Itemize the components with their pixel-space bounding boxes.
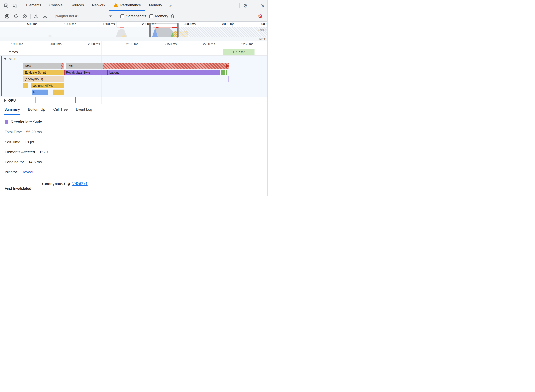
- timeline-overview[interactable]: 500 ms 1000 ms 1500 ms 2000 ms 2500 ms 3…: [0, 22, 267, 41]
- flame-bar-script-small[interactable]: [23, 83, 28, 88]
- save-profile-icon[interactable]: [41, 12, 49, 21]
- flame-bar-task-2[interactable]: Task: [66, 63, 229, 69]
- summary-row-self-time: Self Time 19 µs: [5, 140, 267, 144]
- screenshots-checkbox[interactable]: [120, 14, 124, 18]
- ruler-tick: 2200 ms: [193, 42, 215, 46]
- summary-row-first-invalidated: First Invalidated (anonymous) @ VM262:1: [5, 182, 267, 191]
- flame-bar-evaluate-script[interactable]: Evaluate Script: [23, 70, 64, 75]
- summary-panel: Recalculate Style Total Time 55.20 ms Se…: [0, 115, 267, 196]
- summary-row-elements-affected: Elements Affected 1520: [5, 150, 267, 154]
- load-profile-icon[interactable]: [32, 12, 41, 21]
- reload-and-record-icon[interactable]: [12, 12, 20, 21]
- timeline-detail[interactable]: 1950 ms 2000 ms 2050 ms 2100 ms 2150 ms …: [0, 41, 267, 105]
- overview-tick: 3500: [245, 22, 267, 26]
- more-options-icon[interactable]: ⋮: [250, 1, 258, 10]
- selection-window-edge[interactable]: [150, 23, 178, 23]
- device-toolbar-icon[interactable]: [11, 1, 19, 10]
- gpu-activity-mark[interactable]: [75, 97, 76, 103]
- long-task-tip: [61, 63, 64, 69]
- long-task-marker: [156, 27, 159, 28]
- overview-dim-right: [178, 27, 267, 37]
- overview-tick: 2000: [127, 22, 149, 26]
- divider: [116, 14, 116, 19]
- trash-icon[interactable]: [168, 12, 177, 21]
- frames-track-label[interactable]: Frames: [7, 50, 18, 54]
- ruler-tick: 2150 ms: [155, 42, 177, 46]
- ruler-tick: 2250 ms: [231, 42, 253, 46]
- flame-bar-anonymous[interactable]: (anonymous): [23, 76, 64, 82]
- flame-sliver-green[interactable]: [226, 76, 226, 82]
- tab-console[interactable]: Console: [45, 0, 66, 11]
- summary-row-initiator: Initiator Reveal: [5, 170, 267, 174]
- ruler-tick: 2050 ms: [78, 42, 100, 46]
- source-location-link[interactable]: VM262:1: [72, 182, 88, 186]
- chevron-down-icon: [109, 15, 112, 17]
- flame-bar-set-innerhtml[interactable]: set innerHTML: [31, 83, 64, 88]
- overview-tick: 1000 ms: [54, 22, 76, 26]
- flame-bar-recalculate-style[interactable]: Recalculate Style: [64, 70, 108, 75]
- record-icon[interactable]: [3, 12, 12, 21]
- overview-tick: 3000 ms: [212, 22, 234, 26]
- flame-bar-paint[interactable]: [221, 70, 225, 75]
- ruler-tick: 2000 ms: [40, 42, 61, 46]
- selection-handle-right[interactable]: [177, 23, 178, 37]
- invalidation-stack-frame: (anonymous) @: [42, 182, 70, 186]
- tab-summary[interactable]: Summary: [4, 105, 20, 115]
- tab-call-tree[interactable]: Call Tree: [53, 105, 68, 115]
- divider: [51, 14, 51, 19]
- performance-toolbar: jlwagner.net #1 Screenshots Memory ⚙: [0, 11, 267, 22]
- divider: [30, 14, 31, 19]
- tab-network[interactable]: Network: [88, 0, 109, 11]
- overview-dim-left: [0, 27, 150, 37]
- clear-icon[interactable]: [20, 12, 29, 21]
- ruler-tick: 2100 ms: [116, 42, 138, 46]
- memory-toggle: Memory: [149, 14, 168, 18]
- more-tabs-icon[interactable]: »: [166, 1, 175, 10]
- overview-tick: 500 ms: [15, 22, 38, 26]
- devtools-window: Elements Console Sources Network Perform…: [0, 0, 268, 196]
- flame-bar-script-small-2[interactable]: [53, 89, 64, 95]
- long-task-stripes: [103, 63, 229, 69]
- event-title: Recalculate Style: [11, 120, 42, 124]
- summary-row-total-time: Total Time 55.20 ms: [5, 130, 267, 134]
- gpu-track-header[interactable]: GPU: [4, 98, 16, 103]
- devtools-tabbar: Elements Console Sources Network Perform…: [0, 0, 267, 11]
- main-track-focus-bracket: [1, 56, 2, 96]
- summary-row-pending-for: Pending for 14.5 ms: [5, 160, 267, 164]
- flame-bar-task-1[interactable]: Task: [23, 63, 64, 69]
- screenshots-toggle: Screenshots: [120, 14, 146, 18]
- flame-bar-paint-small[interactable]: [226, 70, 227, 75]
- event-legend: Recalculate Style: [5, 120, 267, 124]
- settings-gear-icon[interactable]: ⚙: [241, 1, 250, 10]
- close-devtools-icon[interactable]: ×: [258, 1, 267, 10]
- tab-performance[interactable]: Performance: [109, 0, 145, 11]
- flame-bar-parse-html[interactable]: P...L: [32, 89, 48, 95]
- tab-elements[interactable]: Elements: [22, 0, 45, 11]
- collapse-triangle-icon[interactable]: [4, 58, 7, 60]
- divider: [0, 48, 267, 48]
- profile-select[interactable]: jlwagner.net #1: [52, 14, 115, 18]
- selection-handle-left[interactable]: [149, 23, 151, 37]
- memory-checkbox[interactable]: [149, 14, 153, 18]
- tab-memory[interactable]: Memory: [145, 0, 166, 11]
- flame-bar-layout[interactable]: Layout: [108, 70, 220, 75]
- long-task-marker: [172, 27, 177, 28]
- gpu-activity-mark[interactable]: [35, 97, 36, 103]
- divider: [21, 3, 21, 8]
- reveal-link[interactable]: Reveal: [21, 170, 33, 174]
- tab-bottom-up[interactable]: Bottom-Up: [28, 105, 45, 115]
- ruler-tick: 1950 ms: [1, 42, 23, 46]
- main-track-header[interactable]: Main: [4, 57, 16, 61]
- inspect-element-icon[interactable]: [2, 1, 11, 10]
- event-color-swatch: [5, 120, 8, 124]
- net-overview-band: [0, 37, 267, 41]
- tab-sources[interactable]: Sources: [66, 0, 88, 11]
- warning-icon: [113, 3, 118, 8]
- details-tabbar: Summary Bottom-Up Call Tree Event Log: [0, 105, 267, 115]
- flame-sliver-purple[interactable]: [228, 76, 229, 82]
- capture-settings-gear-icon[interactable]: ⚙: [256, 12, 265, 21]
- expand-triangle-icon[interactable]: [4, 99, 6, 102]
- overview-tick: 1500 ms: [93, 22, 115, 26]
- frame-duration-block[interactable]: 116.7 ms: [223, 49, 254, 55]
- tab-event-log[interactable]: Event Log: [76, 105, 92, 115]
